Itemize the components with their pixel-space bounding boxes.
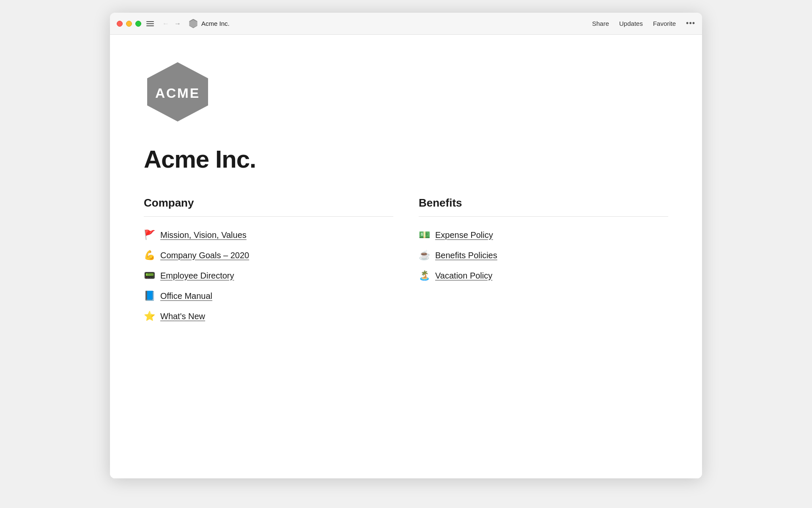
logo-container: ACME [144,60,668,124]
whats-new-icon: ⭐ [144,311,155,322]
benefits-policies-link[interactable]: Benefits Policies [435,251,497,260]
list-item[interactable]: 🏝️ Vacation Policy [419,266,668,285]
whats-new-link[interactable]: What's New [160,312,205,321]
minimize-button[interactable] [126,21,132,27]
traffic-lights [117,21,141,27]
company-heading: Company [144,196,393,210]
company-link-list: 🚩 Mission, Vision, Values 💪 Company Goal… [144,225,393,326]
list-item[interactable]: 📘 Office Manual [144,286,393,306]
close-button[interactable] [117,21,123,27]
sections-grid: Company 🚩 Mission, Vision, Values 💪 Comp… [144,196,668,326]
manual-icon: 📘 [144,290,155,301]
list-item[interactable]: 📟 Employee Directory [144,266,393,285]
company-divider [144,216,393,217]
benefits-link-list: 💵 Expense Policy ☕ Benefits Policies 🏝️ … [419,225,668,285]
goals-link[interactable]: Company Goals – 2020 [160,251,249,260]
directory-link[interactable]: Employee Directory [160,271,234,281]
app-window: ← → Acme Inc. Share Updates Favorite ••• [110,13,702,478]
expense-icon: 💵 [419,229,430,240]
list-item[interactable]: 🚩 Mission, Vision, Values [144,225,393,245]
favorite-button[interactable]: Favorite [653,20,676,27]
list-item[interactable]: 💪 Company Goals – 2020 [144,246,393,265]
benefits-section: Benefits 💵 Expense Policy ☕ Benefits Pol… [419,196,668,326]
vacation-link[interactable]: Vacation Policy [435,271,492,281]
list-item[interactable]: ☕ Benefits Policies [419,246,668,265]
expense-link[interactable]: Expense Policy [435,230,493,240]
page-icon [189,19,198,28]
vacation-icon: 🏝️ [419,270,430,281]
titlebar-actions: Share Updates Favorite ••• [592,19,695,28]
benefits-icon: ☕ [419,250,430,261]
acme-logo: ACME [144,60,211,124]
page-title: Acme Inc. [201,20,230,27]
nav-arrows: ← → [161,19,183,28]
goals-icon: 💪 [144,250,155,261]
updates-button[interactable]: Updates [619,20,643,27]
back-arrow[interactable]: ← [161,19,171,28]
forward-arrow[interactable]: → [173,19,183,28]
svg-text:ACME: ACME [155,86,200,101]
page-heading: Acme Inc. [144,145,668,173]
content-area: ACME Acme Inc. Company 🚩 Mission, Vision… [110,35,702,478]
maximize-button[interactable] [135,21,141,27]
mission-link[interactable]: Mission, Vision, Values [160,230,247,240]
menu-icon[interactable] [146,19,155,28]
benefits-divider [419,216,668,217]
list-item[interactable]: 💵 Expense Policy [419,225,668,245]
titlebar: ← → Acme Inc. Share Updates Favorite ••• [110,13,702,35]
directory-icon: 📟 [144,270,155,281]
manual-link[interactable]: Office Manual [160,291,212,301]
list-item[interactable]: ⭐ What's New [144,306,393,326]
company-section: Company 🚩 Mission, Vision, Values 💪 Comp… [144,196,393,326]
more-button[interactable]: ••• [686,19,695,28]
share-button[interactable]: Share [592,20,609,27]
svg-marker-0 [189,20,197,28]
page-icon-title: Acme Inc. [189,19,592,28]
benefits-heading: Benefits [419,196,668,210]
mission-icon: 🚩 [144,229,155,240]
